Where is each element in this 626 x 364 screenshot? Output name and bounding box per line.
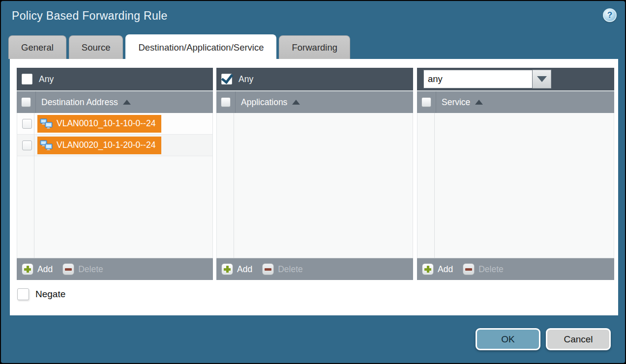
service-combobox: [423, 70, 551, 88]
destination-header-label: Destination Address: [41, 97, 118, 108]
list-item[interactable]: VLAN0010_10-1-10-0--24: [17, 113, 212, 135]
negate-checkbox[interactable]: [17, 288, 29, 300]
dialog-title: Policy Based Forwarding Rule: [12, 9, 168, 23]
add-label: Add: [438, 264, 453, 275]
network-address-icon: [40, 118, 53, 130]
policy-based-forwarding-dialog: Policy Based Forwarding Rule ? General S…: [0, 0, 626, 364]
service-selector-bar: [417, 68, 614, 90]
help-icon[interactable]: ?: [603, 8, 617, 22]
service-footer: Add Delete: [417, 258, 614, 280]
service-combobox-button[interactable]: [533, 70, 551, 88]
header-separator: [235, 91, 236, 113]
address-object-label: VLAN0010_10-1-10-0--24: [57, 118, 155, 129]
sort-ascending-icon[interactable]: [292, 100, 300, 105]
service-combobox-input[interactable]: [423, 70, 533, 88]
sort-ascending-icon[interactable]: [475, 100, 483, 105]
delete-label: Delete: [78, 264, 103, 275]
applications-any-checkbox[interactable]: [221, 74, 232, 84]
dialog-buttons: OK Cancel: [476, 328, 611, 350]
ok-button[interactable]: OK: [476, 328, 540, 350]
service-header[interactable]: Service: [417, 90, 614, 113]
add-button[interactable]: Add: [422, 263, 453, 275]
minus-icon: [262, 263, 274, 275]
destination-address-list: VLAN0010_10-1-10-0--24: [17, 113, 213, 258]
row-checkbox[interactable]: [22, 140, 32, 150]
service-header-label: Service: [442, 97, 470, 108]
destination-any-checkbox[interactable]: [22, 74, 32, 84]
applications-any-bar: Any: [216, 68, 413, 90]
destination-address-header[interactable]: Destination Address: [17, 90, 213, 113]
add-button[interactable]: Add: [22, 263, 53, 275]
tab-general[interactable]: General: [8, 35, 66, 59]
destination-any-label: Any: [39, 74, 54, 84]
minus-icon: [62, 263, 74, 275]
row-checkbox[interactable]: [22, 119, 32, 129]
destination-footer: Add Delete: [17, 258, 213, 280]
add-button[interactable]: Add: [221, 263, 252, 275]
destination-select-all-checkbox[interactable]: [21, 97, 31, 107]
add-label: Add: [37, 264, 53, 275]
header-separator: [436, 91, 436, 113]
destination-address-column: Any Destination Address: [17, 68, 213, 280]
tab-destination-application-service[interactable]: Destination/Application/Service: [125, 34, 276, 59]
address-object-chip[interactable]: VLAN0020_10-1-20-0--24: [37, 137, 161, 154]
applications-header-label: Applications: [241, 97, 287, 108]
plus-icon: [221, 263, 233, 275]
cancel-button[interactable]: Cancel: [546, 328, 611, 350]
address-object-label: VLAN0020_10-1-20-0--24: [57, 140, 155, 150]
minus-icon: [463, 263, 475, 275]
sort-ascending-icon[interactable]: [123, 100, 131, 105]
applications-list: [216, 113, 413, 258]
service-select-all-checkbox[interactable]: [421, 97, 431, 107]
list-item[interactable]: VLAN0020_10-1-20-0--24: [17, 135, 212, 156]
negate-label: Negate: [35, 289, 65, 300]
plus-icon: [22, 263, 33, 275]
delete-label: Delete: [278, 264, 303, 275]
add-label: Add: [237, 264, 252, 275]
address-object-chip[interactable]: VLAN0010_10-1-10-0--24: [37, 115, 161, 133]
negate-row: Negate: [17, 288, 65, 300]
destination-any-bar: Any: [17, 68, 213, 90]
applications-footer: Add Delete: [216, 258, 413, 280]
applications-column: Any Applications Add Delete: [216, 68, 413, 280]
chevron-down-icon: [537, 76, 547, 82]
plus-icon: [422, 263, 434, 275]
tab-source[interactable]: Source: [69, 35, 123, 59]
service-column: Service Add Delete: [417, 68, 614, 280]
tab-bar: General Source Destination/Application/S…: [8, 35, 350, 59]
tab-content-panel: Any Destination Address: [10, 59, 618, 315]
network-address-icon: [40, 140, 53, 151]
applications-select-all-checkbox[interactable]: [221, 97, 231, 107]
tab-forwarding[interactable]: Forwarding: [279, 35, 350, 59]
header-separator: [35, 91, 36, 113]
delete-button[interactable]: Delete: [262, 263, 303, 275]
applications-any-label: Any: [238, 74, 253, 84]
service-list: [417, 113, 614, 258]
delete-button[interactable]: Delete: [463, 263, 504, 275]
applications-header[interactable]: Applications: [216, 90, 413, 113]
delete-label: Delete: [478, 264, 504, 275]
delete-button[interactable]: Delete: [62, 263, 103, 275]
